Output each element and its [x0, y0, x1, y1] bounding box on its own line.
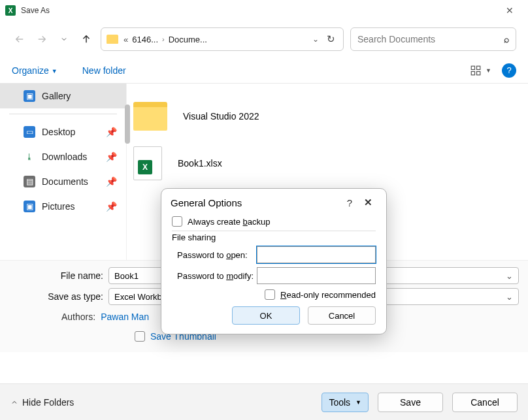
filename-label: File name: [9, 270, 108, 281]
sidebar-item-label: Desktop [42, 127, 75, 137]
sidebar-item-label: Documents [42, 176, 88, 187]
breadcrumb-overflow[interactable]: « [124, 35, 128, 44]
search-placeholder: Search Documents [357, 34, 504, 44]
excel-icon: X [5, 5, 16, 16]
breadcrumb[interactable]: « 6146... › Docume... ⌄ ↻ [101, 27, 344, 51]
help-button[interactable]: ? [502, 63, 516, 78]
pin-icon: 📌 [106, 127, 117, 137]
svg-rect-1 [477, 66, 480, 69]
sidebar-item-documents[interactable]: ▤ Documents 📌 [0, 169, 126, 194]
savetype-label: Save as type: [9, 291, 108, 302]
sidebar-item-gallery[interactable]: ▣ Gallery [0, 84, 126, 108]
nav-recent[interactable] [56, 31, 72, 47]
nav-forward[interactable] [34, 31, 50, 47]
chevron-right-icon: › [162, 35, 165, 43]
password-open-input[interactable] [257, 246, 376, 263]
file-name: Book1.xlsx [178, 158, 222, 169]
pin-icon: 📌 [106, 176, 117, 187]
password-modify-input[interactable] [257, 267, 376, 284]
dropdown-icon[interactable]: ⌄ [506, 271, 513, 281]
dropdown-icon[interactable]: ⌄ [506, 292, 513, 302]
close-button[interactable]: ✕ [497, 5, 523, 16]
pin-icon: 📌 [106, 152, 117, 162]
sidebar-item-desktop[interactable]: ▭ Desktop 📌 [0, 120, 126, 144]
svg-rect-3 [477, 71, 480, 74]
save-button[interactable]: Save [378, 393, 443, 412]
xlsx-icon: X [133, 146, 162, 180]
folder-icon [107, 35, 118, 44]
password-open-label: Password to open: [172, 250, 257, 260]
breadcrumb-seg1[interactable]: 6146... [131, 35, 159, 44]
sidebar-item-pictures[interactable]: ▣ Pictures 📌 [0, 194, 126, 219]
dialog-cancel-button[interactable]: Cancel [308, 306, 376, 325]
downloads-icon: ⭳ [24, 151, 35, 163]
folder-icon [133, 102, 167, 131]
checkbox-icon [265, 289, 275, 300]
pictures-icon: ▣ [24, 201, 35, 212]
always-backup-checkbox[interactable]: Always create backup [172, 216, 376, 227]
gallery-icon: ▣ [24, 90, 35, 102]
authors-label: Authors: [61, 312, 95, 322]
sidebar-item-label: Gallery [42, 91, 71, 101]
sidebar: ▣ Gallery ▭ Desktop 📌 ⭳ Downloads 📌 ▤ Do… [0, 84, 127, 260]
checkbox-icon [172, 216, 182, 227]
general-options-dialog: General Options ? ✕ Always create backup… [161, 188, 387, 334]
authors-value[interactable]: Pawan Man [101, 312, 149, 322]
cancel-button[interactable]: Cancel [452, 393, 518, 412]
dialog-title: General Options [171, 197, 340, 208]
new-folder-button[interactable]: New folder [82, 65, 126, 76]
file-name: Visual Studio 2022 [183, 111, 259, 121]
view-options[interactable]: ▼ [470, 65, 491, 76]
readonly-recommended-checkbox[interactable]: Read-only recommended [172, 289, 376, 300]
sidebar-item-downloads[interactable]: ⭳ Downloads 📌 [0, 144, 126, 169]
list-item[interactable]: X Book1.xlsx [133, 140, 521, 187]
dialog-help-button[interactable]: ? [340, 197, 359, 208]
nav-back[interactable] [12, 31, 27, 47]
nav-up[interactable] [78, 31, 94, 47]
svg-rect-0 [471, 66, 474, 69]
list-item[interactable]: Visual Studio 2022 [133, 93, 521, 140]
dialog-ok-button[interactable]: OK [232, 306, 300, 325]
desktop-icon: ▭ [24, 126, 35, 138]
file-sharing-label: File sharing [172, 233, 376, 242]
breadcrumb-dropdown[interactable]: ⌄ [312, 35, 319, 44]
organize-menu[interactable]: Organize▼ [12, 65, 58, 76]
search-input[interactable]: Search Documents ⌕ [350, 27, 516, 51]
hide-folders-button[interactable]: Hide Folders [10, 397, 74, 408]
svg-rect-2 [471, 71, 474, 74]
sidebar-scrollbar[interactable] [125, 105, 130, 144]
tools-menu[interactable]: Tools▼ [322, 393, 369, 412]
password-modify-label: Password to modify: [172, 271, 257, 281]
search-icon: ⌕ [504, 34, 509, 44]
pin-icon: 📌 [106, 201, 117, 212]
documents-icon: ▤ [24, 176, 35, 187]
window-title: Save As [21, 6, 497, 15]
breadcrumb-seg2[interactable]: Docume... [167, 35, 208, 44]
refresh-button[interactable]: ↻ [327, 33, 335, 45]
checkbox-icon [135, 331, 145, 342]
dialog-close-button[interactable]: ✕ [359, 197, 377, 208]
sidebar-item-label: Pictures [42, 201, 75, 212]
sidebar-item-label: Downloads [42, 152, 87, 162]
